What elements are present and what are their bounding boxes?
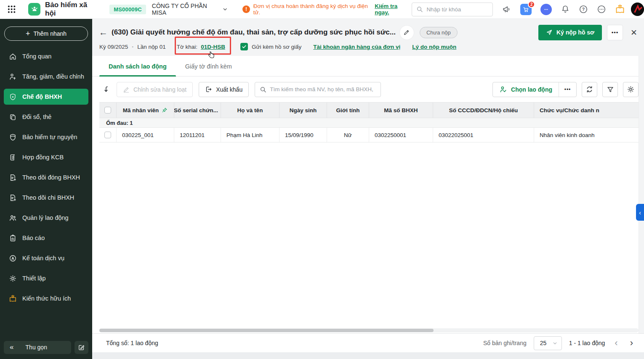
page-range-label: 1 - 1 lao động [569,340,605,346]
megaphone-icon[interactable] [502,5,511,14]
submission-label: Lần nộp 01 [137,44,166,50]
prev-page-button[interactable]: ‹ [612,338,620,348]
sidebar-item-hop-dong-kcb[interactable]: Hợp đồng KCB [4,149,88,165]
bulk-edit-button[interactable]: Chỉnh sửa hàng loạt [117,82,193,97]
sidebar-item-bao-cao[interactable]: Báo cáo [4,230,88,246]
page-title: (630) Giải quyết hưởng chế độ ốm đau, th… [112,28,396,37]
knowledge-icon[interactable] [615,4,625,14]
knowledge-icon [9,295,17,303]
select-all-checkbox[interactable] [104,107,111,114]
form-link[interactable]: 01D-HSB [201,44,225,50]
shield-icon [9,133,17,141]
table-footer: Tổng số: 1 lao động Số bản ghi/trang 25 … [92,333,644,352]
cart-badge: 2 [528,1,535,8]
pencil-icon [403,29,410,36]
global-search[interactable] [412,3,493,16]
sidebar: + Thêm nhanh Tổng quan Tăng, giảm, điều … [0,19,92,359]
paper-docs-checkbox[interactable] [240,43,248,50]
sidebar-item-theo-doi-dong-bhxh[interactable]: Theo dõi đóng BHXH [4,169,88,185]
per-page-label: Số bản ghi/trang [483,340,527,346]
tab-giay-to-dinh-kem[interactable]: Giấy tờ đính kèm [176,63,241,76]
help-icon[interactable]: ? [579,5,588,14]
global-search-input[interactable] [426,6,485,13]
next-page-button[interactable]: › [628,338,636,348]
sidebar-item-bao-hiem-tu-nguyen[interactable]: Bảo hiểm tự nguyện [4,129,88,145]
contract-icon [9,153,17,161]
sort-icon[interactable] [103,85,111,93]
app-grid-icon[interactable] [8,5,16,13]
tab-danh-sach-lao-dong[interactable]: Danh sách lao động [99,63,176,76]
doc-plus-icon [9,194,17,202]
warning-text: Đơn vị chưa hoàn thành đăng ký dịch vụ đ… [253,3,371,16]
home-icon [9,53,17,61]
sidebar-item-kien-thuc-huu-ich[interactable]: Kiến thức hữu ích [4,290,88,306]
table-search-input[interactable] [270,86,375,92]
sidebar-item-tong-quan[interactable]: Tổng quan [4,48,88,64]
select-employee-button[interactable]: Chọn lao động [493,82,559,97]
search-icon [260,86,266,93]
top-bar: Bảo hiểm xã hội MS00009C CÔNG TY CỔ PHẦN… [0,0,644,19]
export-icon [205,86,212,93]
side-panel-toggle[interactable]: ‹ [636,204,644,221]
chevron-down-icon [553,341,557,346]
table-settings-button[interactable] [623,82,639,97]
close-icon[interactable]: ✕ [631,28,637,37]
horizontal-scrollbar-thumb[interactable] [99,329,434,332]
dot-separator: • [132,44,133,49]
sidebar-item-doi-so-the[interactable]: Đổi sổ, thẻ [4,109,88,125]
copy-icon [9,113,17,121]
company-code-badge: MS00009C [109,5,146,14]
bottom-strip [92,352,644,359]
accounting-icon [9,254,17,262]
user-avatar[interactable] [631,3,644,16]
sidebar-item-thiet-lap[interactable]: Thiết lập [4,270,88,286]
edit-menu-button[interactable] [75,341,88,354]
topbar-icon-group: 2 ? [502,4,625,15]
back-button[interactable]: ← [99,27,110,37]
header-more-button[interactable]: ••• [607,25,623,40]
horizontal-scrollbar[interactable] [99,328,639,333]
sign-submit-button[interactable]: Ký nộp hồ sơ [538,25,602,40]
more-options-icon[interactable] [597,5,606,14]
table-search[interactable] [255,82,381,97]
edit-title-button[interactable] [400,26,414,40]
paper-docs-label: Gửi kèm hồ sơ giấy [252,44,301,50]
check-now-link[interactable]: Kiểm tra ngay. [375,3,412,16]
select-employee-more-button[interactable]: ••• [559,82,576,97]
per-page-select[interactable]: 25 [534,336,562,350]
people-icon [9,214,17,222]
collapse-sidebar-button[interactable]: « Thu gọn [4,341,71,354]
sidebar-item-tang-giam-dieu-chinh[interactable]: Tăng, giảm, điều chỉnh [4,69,88,84]
company-name: CÔNG TY CỔ PHẦN MISA [152,3,220,16]
svg-text:?: ? [582,7,585,12]
gear-icon [627,85,635,93]
app-title: Bảo hiểm xã hội [45,1,98,18]
bhxh-logo-icon [28,3,40,16]
period-label: Kỳ 09/2025 [99,44,128,50]
quick-add-button[interactable]: + Thêm nhanh [4,26,88,41]
sidebar-item-ke-toan-dich-vu[interactable]: Kế toán dịch vụ [4,250,88,266]
row-checkbox[interactable] [104,132,111,138]
late-reason-link[interactable]: Lý do nộp muộn [412,44,456,50]
company-selector[interactable]: CÔNG TY CỔ PHẦN MISA [152,3,228,16]
chat-icon[interactable] [540,4,552,15]
vertical-scrollbar[interactable] [639,56,644,333]
shop-cart-icon[interactable]: 2 [520,4,532,15]
sidebar-item-quan-ly-lao-dong[interactable]: Quản lý lao động [4,210,88,226]
select-employee-split-button: Chọn lao động ••• [492,82,577,97]
bank-account-link[interactable]: Tài khoản ngân hàng của đơn vị [313,44,400,50]
sidebar-item-che-do-bhxh[interactable]: Chế độ BHXH [4,89,88,105]
refresh-icon [585,85,593,93]
sidebar-item-theo-doi-chi-bhxh[interactable]: Theo dõi chi BHXH [4,190,88,206]
refresh-button[interactable] [582,82,597,97]
main-content: ← (630) Giải quyết hưởng chế độ ốm đau, … [92,19,644,359]
search-icon [416,6,423,13]
filter-button[interactable] [602,82,618,97]
check-icon [242,44,247,49]
pin-icon[interactable] [162,107,168,113]
pencil-icon [123,86,130,93]
table-row[interactable]: 030225_001 12011201 Phạm Hà Linh 15/09/1… [99,128,639,143]
bell-icon[interactable] [561,5,570,14]
export-button[interactable]: Xuất khẩu [199,82,249,97]
sidebar-footer: « Thu gọn [0,338,92,356]
